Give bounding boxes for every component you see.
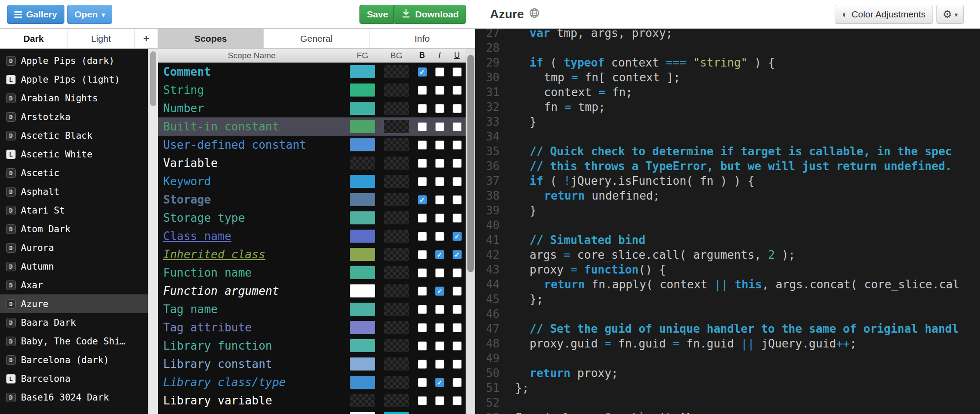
bg-color-swatch[interactable] — [384, 303, 409, 316]
bg-color-swatch[interactable] — [384, 321, 409, 334]
u-checkbox[interactable] — [453, 122, 462, 131]
fg-color-swatch[interactable] — [350, 248, 375, 261]
fg-color-swatch[interactable] — [350, 266, 375, 279]
i-checkbox[interactable] — [435, 323, 444, 332]
color-adjustments-button[interactable]: ◐ Color Adjustments — [835, 5, 933, 24]
bg-color-swatch[interactable] — [384, 284, 409, 297]
bg-color-swatch[interactable] — [384, 65, 409, 78]
theme-list-item[interactable]: DBase16 3024 Dark — [0, 388, 158, 407]
fg-color-swatch[interactable] — [350, 138, 375, 151]
theme-list-scrollbar[interactable] — [148, 49, 158, 414]
bg-color-swatch[interactable] — [384, 211, 409, 224]
scope-name[interactable]: Library variable — [158, 394, 346, 407]
fg-color-swatch[interactable] — [350, 211, 375, 224]
b-checkbox[interactable] — [418, 122, 427, 131]
scope-row[interactable]: User-defined constant — [158, 136, 466, 154]
u-checkbox[interactable]: ✓ — [453, 232, 462, 241]
scope-row[interactable]: Comment✓ — [158, 63, 466, 81]
tab-general[interactable]: General — [264, 29, 369, 48]
gallery-button[interactable]: Gallery — [7, 5, 64, 24]
scope-name[interactable]: Storage — [158, 193, 346, 206]
tab-dark[interactable]: Dark — [0, 29, 67, 48]
scope-name[interactable]: Comment — [158, 65, 346, 78]
bg-color-swatch[interactable] — [384, 157, 409, 170]
fg-color-swatch[interactable] — [350, 394, 375, 407]
fg-color-swatch[interactable] — [350, 83, 375, 97]
u-checkbox[interactable] — [453, 104, 462, 113]
theme-list-item[interactable]: DAsphalt — [0, 182, 158, 201]
i-checkbox[interactable] — [435, 195, 444, 204]
settings-button[interactable]: ⚙ ▾ — [936, 5, 964, 24]
b-checkbox[interactable]: ✓ — [418, 195, 427, 204]
u-checkbox[interactable] — [453, 140, 462, 150]
scope-name[interactable]: Number — [158, 102, 346, 115]
theme-list-item[interactable]: DBarcelona (dark) — [0, 351, 158, 369]
bg-color-swatch[interactable] — [384, 266, 409, 279]
b-checkbox[interactable] — [418, 378, 427, 387]
scope-name[interactable]: Library function — [158, 339, 346, 352]
fg-color-swatch[interactable] — [350, 230, 375, 243]
b-checkbox[interactable] — [418, 396, 427, 405]
bg-color-swatch[interactable] — [384, 102, 409, 115]
tab-info[interactable]: Info — [369, 29, 475, 48]
b-checkbox[interactable] — [418, 232, 427, 241]
theme-list-item[interactable]: LApple Pips (light) — [0, 70, 158, 89]
scope-name[interactable]: Library class/type — [158, 376, 346, 389]
scope-row[interactable]: Tag attribute — [158, 318, 466, 337]
fg-color-swatch[interactable] — [350, 120, 375, 133]
scope-row[interactable]: Built-in constant — [158, 117, 466, 136]
i-checkbox[interactable] — [435, 268, 444, 277]
fg-color-swatch[interactable] — [350, 357, 375, 371]
b-checkbox[interactable] — [418, 305, 427, 314]
scope-name[interactable]: Keyword — [158, 175, 346, 188]
scope-row[interactable]: Library constant — [158, 355, 466, 373]
scope-name[interactable]: Storage type — [158, 211, 346, 224]
b-checkbox[interactable] — [418, 214, 427, 223]
b-checkbox[interactable] — [418, 250, 427, 259]
b-checkbox[interactable] — [418, 268, 427, 277]
fg-color-swatch[interactable] — [350, 321, 375, 334]
fg-color-swatch[interactable] — [350, 376, 375, 389]
u-checkbox[interactable] — [453, 195, 462, 204]
i-checkbox[interactable] — [435, 140, 444, 150]
b-checkbox[interactable] — [418, 140, 427, 150]
theme-list-item[interactable]: DArabian Nights — [0, 89, 158, 107]
theme-list-item[interactable]: LBarcelona — [0, 369, 158, 388]
theme-list-item[interactable]: DBaara Dark — [0, 313, 158, 332]
scope-row[interactable]: Function argument✓ — [158, 282, 466, 300]
u-checkbox[interactable] — [453, 268, 462, 277]
scope-name[interactable]: Inherited class — [158, 248, 346, 261]
bg-color-swatch[interactable] — [384, 394, 409, 407]
i-checkbox[interactable]: ✓ — [435, 250, 444, 259]
scope-row[interactable]: Storage✓ — [158, 190, 466, 209]
u-checkbox[interactable] — [453, 287, 462, 296]
u-checkbox[interactable] — [453, 214, 462, 223]
i-checkbox[interactable] — [435, 67, 444, 77]
i-checkbox[interactable] — [435, 214, 444, 223]
scope-name[interactable]: Built-in constant — [158, 120, 346, 133]
u-checkbox[interactable] — [453, 177, 462, 186]
scope-row[interactable]: Function name — [158, 264, 466, 282]
fg-color-swatch[interactable] — [350, 339, 375, 352]
i-checkbox[interactable] — [435, 305, 444, 314]
fg-color-swatch[interactable] — [350, 303, 375, 316]
fg-color-swatch[interactable] — [350, 102, 375, 115]
theme-list-item[interactable]: LAscetic White — [0, 145, 158, 164]
scope-row[interactable]: Storage type — [158, 209, 466, 227]
u-checkbox[interactable] — [453, 305, 462, 314]
b-checkbox[interactable] — [418, 341, 427, 351]
b-checkbox[interactable] — [418, 323, 427, 332]
theme-list-item[interactable]: DAtom Dark — [0, 220, 158, 238]
scope-name[interactable]: Function name — [158, 266, 346, 279]
theme-list-item[interactable]: DAtari St — [0, 201, 158, 220]
theme-list-item[interactable]: DAscetic Black — [0, 126, 158, 145]
fg-color-swatch[interactable] — [350, 157, 375, 170]
i-checkbox[interactable] — [435, 122, 444, 131]
u-checkbox[interactable] — [453, 159, 462, 168]
bg-color-swatch[interactable] — [384, 138, 409, 151]
scope-row[interactable]: Tag name — [158, 300, 466, 318]
u-checkbox[interactable] — [453, 378, 462, 387]
scope-row[interactable] — [158, 410, 466, 414]
scope-name[interactable]: Class name — [158, 230, 346, 243]
u-checkbox[interactable] — [453, 360, 462, 369]
